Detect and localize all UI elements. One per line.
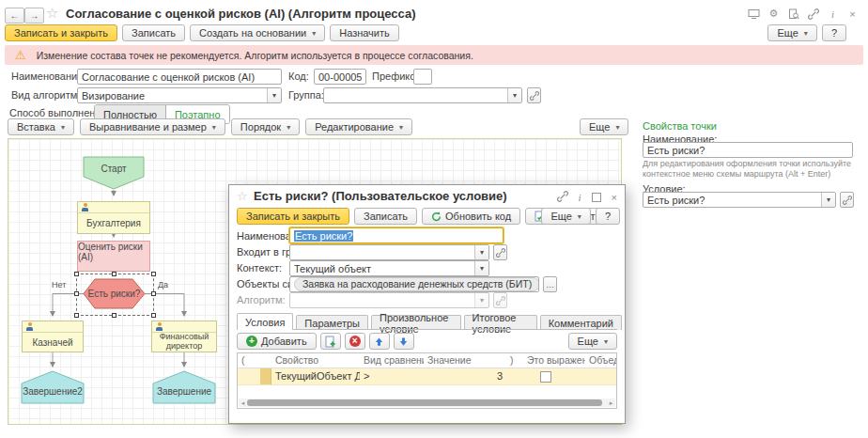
maximize-icon[interactable] [592, 193, 601, 202]
group-link-button[interactable] [527, 87, 541, 103]
treasurer-node[interactable]: Казначей [22, 321, 84, 352]
dialog-objects-select-button[interactable]: … [543, 276, 557, 292]
tab-conditions[interactable]: Условия [237, 313, 293, 330]
row-marker [260, 368, 271, 384]
resize-handle[interactable] [151, 272, 156, 276]
favorite-star-icon[interactable]: ☆ [46, 5, 58, 22]
dialog-save-button[interactable]: Записать [354, 208, 417, 225]
dialog-group-combo[interactable]: ▾ [289, 244, 489, 260]
resize-handle[interactable] [151, 291, 156, 296]
condition-combo[interactable]: Есть риски? ▾ [643, 192, 836, 208]
group-combo[interactable]: ▾ [323, 87, 522, 103]
add-row-button[interactable]: + Добавить [237, 333, 317, 350]
save-button[interactable]: Записать [122, 24, 185, 41]
cell-value[interactable]: 3 [424, 368, 506, 384]
object-tag[interactable]: Заявка на расходование денежных средств … [294, 277, 539, 291]
resize-handle[interactable] [112, 313, 116, 318]
cell-union[interactable] [585, 368, 616, 384]
selection-rectangle[interactable] [76, 274, 154, 316]
table-row[interactable]: ТекущийОбъект Доп... > 3 [238, 368, 616, 385]
delete-row-button[interactable]: × [345, 333, 365, 350]
dialog-save-close-button[interactable]: Записать и закрыть [237, 208, 349, 225]
move-down-button[interactable] [394, 333, 414, 350]
algorithm-kind-combo[interactable]: Визирование ▾ [77, 87, 282, 103]
scrollbar-thumb[interactable] [247, 399, 602, 406]
copy-row-button[interactable] [320, 333, 341, 350]
cell-comparison[interactable]: > [360, 368, 424, 384]
dialog-name-input[interactable]: Есть риски? [289, 227, 504, 243]
dialog-help-label: ? [605, 211, 611, 222]
tab-arbitrary-condition[interactable]: Произвольное условие [371, 315, 461, 330]
refresh-code-label: Обновить код [445, 211, 511, 222]
condition-link-button[interactable] [840, 192, 854, 208]
dialog-algorithm-combo[interactable]: ▾ [289, 292, 489, 308]
expression-checkbox[interactable] [540, 371, 551, 383]
forward-icon: → [30, 10, 39, 21]
cell-property[interactable]: ТекущийОбъект Доп... [271, 368, 360, 384]
link-icon[interactable] [807, 8, 819, 20]
horizontal-scrollbar[interactable]: ◂ ▸ [239, 399, 615, 407]
resize-handle[interactable] [112, 272, 116, 276]
assign-button[interactable]: Назначить [330, 24, 399, 41]
settings-gear-icon[interactable]: ⚙ [767, 8, 780, 20]
resize-handle[interactable] [74, 272, 79, 276]
info-icon[interactable]: i [579, 192, 581, 203]
search-document-icon[interactable] [787, 8, 799, 20]
back-button[interactable]: ← [5, 8, 24, 23]
chevron-down-icon[interactable]: ▾ [507, 88, 521, 102]
dialog-group-link-button[interactable] [493, 244, 507, 260]
tab-total-condition[interactable]: Итоговое условие [464, 315, 537, 330]
cell-open-paren[interactable] [238, 368, 260, 384]
end-node-shape[interactable] [153, 371, 215, 403]
close-icon[interactable]: × [846, 8, 859, 20]
more-button[interactable]: Еще▾ [767, 24, 816, 41]
resize-handle[interactable] [74, 313, 79, 318]
move-up-button[interactable] [369, 333, 390, 350]
save-and-close-button[interactable]: Записать и закрыть [5, 24, 117, 41]
resize-handle[interactable] [74, 291, 79, 296]
dialog-more-button[interactable]: Еще▾ [541, 208, 590, 225]
favorite-star-icon[interactable]: ☆ [237, 189, 248, 203]
chevron-down-icon[interactable]: ▾ [474, 245, 488, 259]
name-input[interactable]: Согласование с оценкой рисков (AI) [77, 69, 282, 85]
chevron-down-icon[interactable]: ▾ [821, 193, 835, 207]
create-based-on-button[interactable]: Создать на основании▾ [190, 24, 325, 41]
dialog-objects-field[interactable]: Заявка на расходование денежных средств … [289, 276, 539, 292]
order-menu-button[interactable]: Порядок▾ [231, 118, 300, 135]
table-more-button[interactable]: Еще▾ [568, 333, 617, 350]
cell-close-paren[interactable] [506, 368, 523, 384]
tab-comment[interactable]: Комментарий [540, 315, 622, 330]
insert-menu-button[interactable]: Вставка▾ [8, 118, 74, 135]
display-icon[interactable] [748, 8, 760, 20]
tab-comment-label: Комментарий [549, 318, 613, 329]
conditions-table[interactable]: ( Свойство Вид сравнения Значение ) Это … [237, 352, 617, 409]
edit-menu-button[interactable]: Редактирование▾ [305, 118, 412, 135]
prefix-input[interactable] [413, 69, 432, 85]
resize-handle[interactable] [151, 313, 156, 318]
point-name-input[interactable]: Есть риски? [643, 142, 853, 158]
assess-risks-node[interactable]: Оценить риски (AI) [77, 241, 150, 272]
code-input[interactable]: 00-000056 [314, 69, 366, 85]
info-icon[interactable]: i [827, 8, 839, 20]
link-icon[interactable] [557, 191, 568, 204]
scroll-right-icon[interactable]: ▸ [607, 399, 615, 407]
refresh-code-button[interactable]: Обновить код [422, 208, 520, 225]
chevron-down-icon: ▾ [212, 123, 216, 132]
tab-parameters[interactable]: Параметры [296, 315, 368, 330]
scroll-left-icon[interactable]: ◂ [239, 399, 247, 407]
editor-more-button[interactable]: Еще▾ [580, 118, 628, 135]
help-button[interactable]: ? [822, 24, 846, 41]
dialog-help-button[interactable]: ? [596, 208, 620, 225]
main-toolbar-right: Еще▾ ? [767, 24, 846, 41]
link-icon [496, 296, 505, 305]
fin-director-node[interactable]: Финансовый директор [151, 321, 217, 352]
end2-node-shape[interactable] [22, 371, 84, 403]
start-node-shape[interactable] [84, 157, 144, 189]
close-icon[interactable]: × [612, 192, 617, 203]
forward-button[interactable]: → [24, 8, 44, 23]
dialog-context-combo[interactable]: Текущий объект ▾ [289, 260, 489, 276]
align-size-menu-button[interactable]: Выравнивание и размер▾ [80, 118, 225, 135]
chevron-down-icon[interactable]: ▾ [474, 261, 488, 275]
accounting-node[interactable]: Бухгалтерия [77, 201, 150, 234]
chevron-down-icon[interactable]: ▾ [267, 88, 281, 102]
